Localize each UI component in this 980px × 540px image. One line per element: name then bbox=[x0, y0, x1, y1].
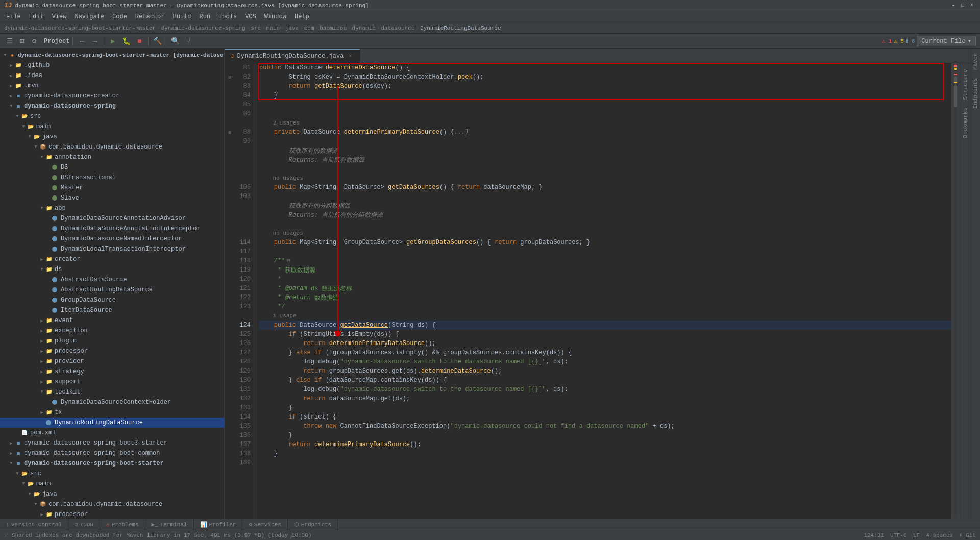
line-separator[interactable]: LF bbox=[913, 532, 920, 538]
endpoints-tab[interactable]: Endpoints bbox=[971, 74, 980, 112]
maximize-button[interactable]: □ bbox=[959, 2, 967, 10]
tree-item-ddsai[interactable]: ▶ DynamicDataSourceAnnotationInterceptor bbox=[0, 224, 224, 234]
tree-item-spring[interactable]: ▼ ◼ dynamic-datasource-spring bbox=[0, 101, 224, 111]
tree-arrow[interactable]: ▶ bbox=[39, 318, 45, 324]
breadcrumb-item[interactable]: com bbox=[304, 25, 314, 31]
tree-arrow[interactable]: ▶ bbox=[39, 349, 45, 354]
tree-arrow[interactable]: ▼ bbox=[39, 389, 45, 395]
breadcrumb-item[interactable]: dynamic-datasource-spring-boot-starter-m… bbox=[4, 25, 156, 31]
git-button[interactable]: ⑂ bbox=[183, 36, 194, 47]
tree-item-common[interactable]: ▶ ◼ dynamic-datasource-spring-boot-commo… bbox=[0, 448, 224, 458]
tree-item-pkg[interactable]: ▼ 📦 com.baomidou.dynamic.datasource bbox=[0, 142, 224, 152]
tree-arrow[interactable]: ▼ bbox=[39, 155, 45, 160]
breadcrumb-item[interactable]: dynamic-datasource-spring bbox=[161, 25, 246, 31]
tree-arrow[interactable]: ▼ bbox=[20, 481, 27, 486]
vcs-status[interactable]: ⬆ Git bbox=[959, 532, 976, 538]
tree-item-main2[interactable]: ▼ 📂 main bbox=[0, 479, 224, 489]
tree-item-root[interactable]: ▼ ◆ dynamic-datasource-spring-boot-start… bbox=[0, 50, 224, 60]
tree-item-slave[interactable]: ▶ Slave bbox=[0, 193, 224, 203]
tree-item-aop[interactable]: ▼ 📁 aop bbox=[0, 203, 224, 213]
tree-item-ddsni[interactable]: ▶ DynamicDatasourceNamedInterceptor bbox=[0, 234, 224, 244]
menu-tools[interactable]: Tools bbox=[214, 11, 241, 22]
tree-arrow[interactable]: ▶ bbox=[39, 359, 45, 364]
tree-arrow[interactable]: ▶ bbox=[8, 440, 14, 446]
tree-arrow[interactable]: ▶ bbox=[39, 328, 45, 334]
back-button[interactable]: ← bbox=[76, 36, 87, 47]
tree-arrow[interactable]: ▶ bbox=[39, 369, 45, 375]
tree-arrow[interactable]: ▼ bbox=[8, 104, 14, 109]
problems-tab[interactable]: ⚠ Problems bbox=[100, 519, 145, 530]
tree-item-ddsch[interactable]: ▶ DynamicDataSourceContextHolder bbox=[0, 397, 224, 407]
menu-help[interactable]: Help bbox=[290, 11, 313, 22]
menu-window[interactable]: Window bbox=[260, 11, 290, 22]
tree-item-pkg2[interactable]: ▼ 📦 com.baomidou.dynamic.datasource bbox=[0, 499, 224, 509]
tree-arrow[interactable]: ▼ bbox=[14, 471, 20, 476]
tree-arrow[interactable]: ▼ bbox=[33, 144, 39, 150]
tree-item-boot3[interactable]: ▶ ◼ dynamic-datasource-spring-boot3-star… bbox=[0, 438, 224, 448]
menu-navigate[interactable]: Navigate bbox=[70, 11, 108, 22]
tree-arrow[interactable]: ▶ bbox=[8, 73, 14, 79]
tree-arrow[interactable]: ▶ bbox=[39, 410, 45, 415]
tree-item-plugin[interactable]: ▶ 📁 plugin bbox=[0, 336, 224, 346]
tree-item-gds[interactable]: ▶ GroupDataSource bbox=[0, 295, 224, 305]
cursor-position[interactable]: 124:31 bbox=[864, 532, 884, 538]
tree-item-tx[interactable]: ▶ 📁 tx bbox=[0, 407, 224, 418]
tree-item-ds-class[interactable]: ▶ DS bbox=[0, 162, 224, 173]
tree-item-creator[interactable]: ▶ ◼ dynamic-datasource-creator bbox=[0, 91, 224, 101]
tab-close-button[interactable]: × bbox=[347, 53, 354, 60]
tree-arrow[interactable]: ▼ bbox=[27, 134, 33, 139]
tree-item-src[interactable]: ▼ 📂 src bbox=[0, 111, 224, 121]
tree-item-annotation[interactable]: ▼ 📁 annotation bbox=[0, 152, 224, 162]
menu-view[interactable]: View bbox=[48, 11, 71, 22]
tree-item-strategy[interactable]: ▶ 📁 strategy bbox=[0, 366, 224, 377]
tree-item-dlti[interactable]: ▶ DynamicLocalTransactionInterceptor bbox=[0, 244, 224, 254]
tree-item-exception[interactable]: ▶ 📁 exception bbox=[0, 326, 224, 336]
stop-button[interactable]: ■ bbox=[134, 36, 145, 47]
settings-button[interactable]: ⚙ bbox=[29, 36, 40, 47]
close-button[interactable]: × bbox=[968, 2, 976, 10]
menu-run[interactable]: Run bbox=[195, 11, 214, 22]
window-controls[interactable]: – □ × bbox=[949, 2, 976, 10]
current-file-dropdown[interactable]: Current File ▾ bbox=[917, 36, 976, 46]
tree-arrow[interactable]: ▼ bbox=[2, 53, 8, 58]
tree-item-creator2[interactable]: ▶ 📁 creator bbox=[0, 254, 224, 264]
tree-item-ards[interactable]: ▶ AbstractRoutingDataSource bbox=[0, 285, 224, 295]
tree-arrow[interactable]: ▼ bbox=[33, 502, 39, 507]
tree-item-ids[interactable]: ▶ ItemDataSource bbox=[0, 305, 224, 315]
tree-arrow[interactable]: ▶ bbox=[8, 93, 14, 99]
tree-item-pom[interactable]: ▶ 📄 pom.xml bbox=[0, 428, 224, 438]
tree-arrow[interactable]: ▼ bbox=[39, 267, 45, 272]
tree-item-boot-starter[interactable]: ▼ ◼ dynamic-datasource-spring-boot-start… bbox=[0, 458, 224, 469]
tree-arrow[interactable]: ▶ bbox=[39, 512, 45, 518]
tree-item-event[interactable]: ▶ 📁 event bbox=[0, 315, 224, 326]
indent-setting[interactable]: 4 spaces bbox=[926, 532, 953, 538]
tree-item-abs[interactable]: ▶ AbstractDataSource bbox=[0, 275, 224, 285]
gutter-fold[interactable]: ⊟ bbox=[225, 72, 235, 82]
menu-build[interactable]: Build bbox=[168, 11, 195, 22]
structure-tab[interactable]: Structure bbox=[961, 65, 970, 104]
breadcrumb-item[interactable]: baomidou bbox=[320, 25, 347, 31]
gutter-fold[interactable]: ⊟ bbox=[225, 128, 235, 137]
tree-item-master[interactable]: ▶ Master bbox=[0, 183, 224, 193]
maven-tab[interactable]: Maven bbox=[971, 49, 980, 74]
menu-file[interactable]: File bbox=[2, 11, 25, 22]
bookmarks-tab[interactable]: Bookmarks bbox=[961, 104, 970, 142]
menu-refactor[interactable]: Refactor bbox=[131, 11, 169, 22]
tree-arrow[interactable]: ▼ bbox=[14, 114, 20, 119]
tree-arrow[interactable]: ▶ bbox=[39, 338, 45, 344]
tree-item-java2[interactable]: ▼ 📂 java bbox=[0, 489, 224, 499]
search-everywhere-button[interactable]: 🔍 bbox=[169, 36, 181, 47]
tree-item-proc2[interactable]: ▶ 📁 processor bbox=[0, 509, 224, 519]
debug-button[interactable]: 🐛 bbox=[120, 36, 132, 47]
tree-arrow[interactable]: ▶ bbox=[39, 257, 45, 262]
tree-arrow[interactable]: ▶ bbox=[8, 451, 14, 456]
menu-edit[interactable]: Edit bbox=[25, 11, 48, 22]
tree-item-provider[interactable]: ▶ 📁 provider bbox=[0, 356, 224, 366]
build-button[interactable]: 🔨 bbox=[152, 36, 163, 47]
tree-item-java[interactable]: ▼ 📂 java bbox=[0, 132, 224, 142]
tree-arrow[interactable]: ▶ bbox=[39, 379, 45, 385]
tree-arrow[interactable]: ▼ bbox=[20, 124, 27, 129]
breadcrumb-item[interactable]: java bbox=[285, 25, 299, 31]
tree-item-idea[interactable]: ▶ 📁 .idea bbox=[0, 70, 224, 81]
breadcrumb-item[interactable]: src bbox=[251, 25, 261, 31]
